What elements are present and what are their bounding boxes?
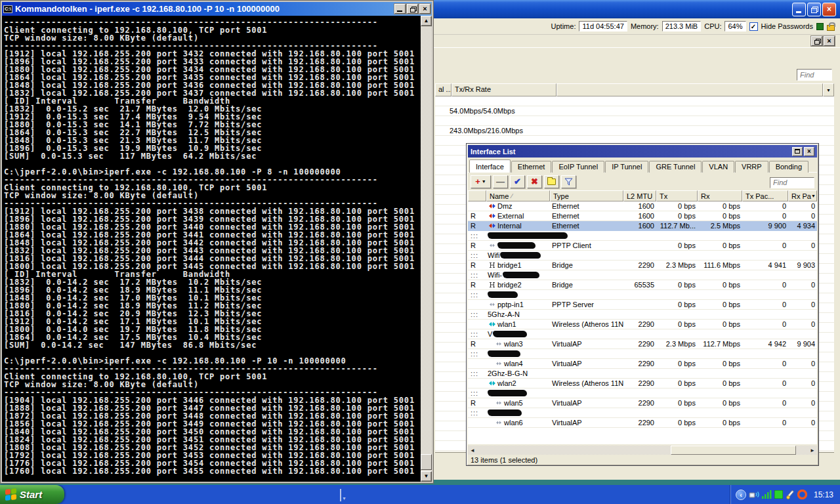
interface-row-Dmz[interactable]: DmzEthernet16000 bps0 bps00	[468, 201, 817, 211]
comment-row[interactable]: :::Wifi-	[468, 270, 817, 280]
tab-eoip-tunnel[interactable]: EoIP Tunnel	[552, 161, 604, 173]
close-button[interactable]: ×	[822, 3, 836, 16]
tab-vlan[interactable]: VLAN	[702, 161, 734, 173]
interface-name: Internal	[486, 221, 550, 230]
deskband-icon[interactable]: ▼	[340, 490, 349, 500]
scroll-up-button[interactable]: ▲	[421, 16, 432, 26]
hide-passwords-checkbox[interactable]: ✓	[749, 22, 758, 31]
child-restore-button[interactable]	[811, 36, 822, 46]
start-button[interactable]: Start	[0, 485, 64, 504]
column-header-rx[interactable]: Rx	[698, 190, 742, 201]
rx-packet-rate: 9 904	[788, 339, 817, 348]
round-app-icon[interactable]	[797, 490, 807, 499]
comment-row[interactable]: :::V	[468, 329, 817, 339]
l2mtu-value: 2290	[623, 379, 656, 388]
comment-row[interactable]: :::Wifi	[468, 251, 817, 261]
remove-button[interactable]: —	[493, 175, 508, 188]
background-find-field[interactable]	[797, 68, 832, 80]
bridge-interface-icon	[488, 262, 496, 268]
interface-row-wlan4[interactable]: wlan4VirtualAP22900 bps0 bps00	[468, 359, 817, 369]
comment-row[interactable]: :::	[468, 231, 817, 241]
tab-ethernet[interactable]: Ethernet	[511, 161, 552, 173]
interface-row-wlan3[interactable]: Rwlan3VirtualAP22902.3 Mbps112.7 Mbps4 9…	[468, 339, 817, 349]
tab-gre-tunnel[interactable]: GRE Tunnel	[649, 161, 702, 173]
txrx-rate-value[interactable]: 243.0Mbps/216.0Mbps	[450, 126, 523, 136]
restore-button[interactable]	[407, 4, 418, 14]
column-header-txrx-rate[interactable]: Tx/Rx Rate	[452, 83, 556, 96]
sort-ascending-icon: ∕	[511, 192, 513, 200]
comment-row[interactable]: :::	[468, 349, 817, 359]
scrollbar-thumb[interactable]	[421, 454, 432, 470]
interface-type: Ethernet	[550, 221, 623, 230]
column-header-truncated[interactable]: al ...	[435, 83, 452, 96]
horizontal-scrollbar[interactable]: ◄ ►	[468, 446, 817, 455]
close-button[interactable]: ×	[419, 4, 430, 14]
scrollbar-thumb[interactable]	[671, 446, 797, 455]
mouse-settings-icon[interactable]	[786, 490, 795, 499]
maximize-button[interactable]	[792, 147, 803, 156]
comment-row[interactable]: :::	[468, 388, 817, 398]
find-input[interactable]	[797, 69, 832, 81]
comment-button[interactable]	[544, 175, 559, 188]
interface-list-title-bar[interactable]: Interface List ×	[468, 145, 817, 158]
tab-vrrp[interactable]: VRRP	[735, 161, 768, 173]
tx-packet-rate: 4 942	[742, 339, 788, 348]
scroll-right-button[interactable]: ►	[808, 446, 817, 455]
column-header-l2-mtu[interactable]: L2 MTU	[623, 190, 656, 201]
minimize-button[interactable]	[792, 3, 806, 16]
txrx-rate-value[interactable]: 54.0Mbps/54.0Mbps	[450, 106, 515, 116]
tab-ip-tunnel[interactable]: IP Tunnel	[605, 161, 648, 173]
interface-type: VirtualAP	[550, 359, 623, 368]
tx-rate: 2.3 Mbps	[656, 261, 698, 270]
running-flag	[468, 379, 486, 388]
interface-row-wlan2[interactable]: wlan2Wireless (Atheros 11N)22900 bps0 bp…	[468, 379, 817, 388]
scroll-down-button[interactable]: ▼	[421, 471, 432, 482]
add-button[interactable]: +▼	[471, 175, 491, 188]
column-header-tx-pac-[interactable]: Tx Pac...	[742, 190, 788, 201]
column-header-type[interactable]: Type	[550, 190, 623, 201]
column-header-name[interactable]: Name∕	[486, 190, 550, 201]
interface-row-pptp-in1[interactable]: pptp-in1PPTP Server0 bps0 bps00	[468, 300, 817, 310]
interface-row-bridge1[interactable]: Rbridge1Bridge22902.3 Mbps111.6 Mbps4 94…	[468, 261, 817, 270]
interface-row-wlan6[interactable]: wlan6VirtualAP22900 bps0 bps00	[468, 418, 817, 428]
comment-row[interactable]: :::2Ghz-B-G-N	[468, 369, 817, 379]
column-header-rx-pa[interactable]: Rx Pa▼	[788, 190, 817, 201]
comment-row[interactable]: :::	[468, 290, 817, 300]
scroll-left-button[interactable]: ◄	[468, 446, 477, 455]
interface-row-External[interactable]: RExternalEthernet16000 bps0 bps00	[468, 211, 817, 221]
status-square-icon[interactable]	[774, 490, 783, 499]
ethernet-interface-icon	[488, 222, 496, 229]
interface-row-redacted[interactable]: RPPTP Client0 bps0 bps00	[468, 241, 817, 251]
terminal-title-bar[interactable]: C:\ Kommandotolken - iperf.exe -c 192.16…	[2, 2, 432, 16]
minimize-button[interactable]	[394, 4, 406, 14]
interface-row-wlan5[interactable]: Rwlan5VirtualAP22900 bps0 bps00	[468, 398, 817, 408]
network-status-icon[interactable]	[749, 490, 759, 499]
column-chooser-button[interactable]: ▼	[823, 83, 834, 96]
tab-bonding[interactable]: Bonding	[769, 161, 808, 173]
child-close-button[interactable]: ×	[824, 36, 835, 46]
interface-row-wlan1[interactable]: wlan1Wireless (Atheros 11N)22900 bps0 bp…	[468, 320, 817, 329]
interface-row-Internal[interactable]: RInternalEthernet1600112.7 Mb...2.5 Mbps…	[468, 221, 817, 231]
enable-button[interactable]: ✔	[510, 175, 525, 188]
close-button[interactable]: ×	[804, 147, 814, 156]
interface-row-bridge2[interactable]: Rbridge2Bridge655350 bps0 bps00	[468, 280, 817, 290]
comment-row[interactable]: :::5Ghz-A-N	[468, 310, 817, 320]
restore-button[interactable]	[807, 3, 821, 16]
mdi-child-controls: ×	[434, 35, 840, 48]
hide-tray-icons-chevron[interactable]: ‹	[736, 490, 746, 500]
running-flag: R	[468, 261, 486, 270]
disable-button[interactable]: ✖	[527, 175, 542, 188]
filter-button[interactable]	[561, 175, 576, 188]
comment-row[interactable]: :::	[468, 408, 817, 418]
interface-name: wlan5	[486, 398, 550, 408]
signal-strength-icon[interactable]	[762, 490, 772, 499]
tab-interface[interactable]: Interface	[469, 159, 511, 173]
winbox-title-bar[interactable]: ×	[434, 0, 840, 18]
terminal-scrollbar[interactable]: ▲ ▼	[421, 16, 432, 482]
l2mtu-value: 2290	[623, 359, 656, 368]
interface-find-field[interactable]	[770, 176, 814, 187]
column-header-tx[interactable]: Tx	[656, 190, 698, 201]
find-input[interactable]	[770, 177, 814, 188]
column-header-flags[interactable]	[468, 190, 486, 201]
column-chooser-icon[interactable]: ▼	[811, 194, 816, 198]
